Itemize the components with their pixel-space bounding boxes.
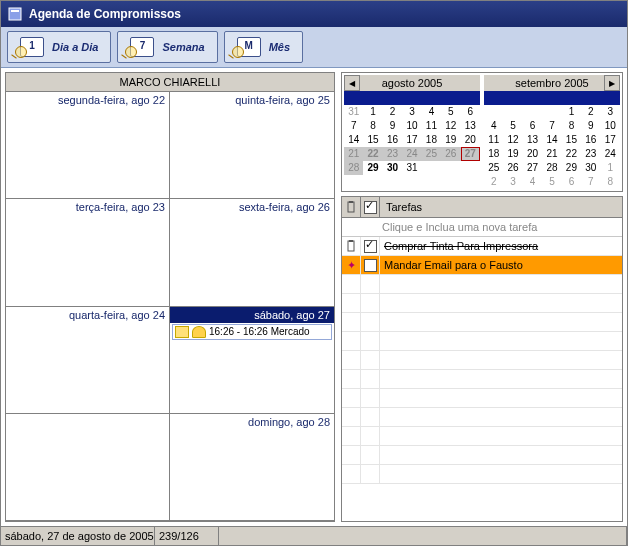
app-icon [7, 6, 23, 22]
calendar-week-icon: 7 [130, 37, 154, 57]
svg-rect-3 [349, 201, 353, 203]
view-week-button[interactable]: 7 Semana [117, 31, 217, 63]
appointment-item[interactable]: 16:26 - 16:26 Mercado [172, 324, 332, 340]
week-grid: segunda-feira, ago 22 quinta-feira, ago … [6, 92, 334, 521]
mini-cal-title: agosto 2005 [382, 77, 443, 89]
mini-calendars: ◀ agosto 2005 31123456 78910111213 14151… [341, 72, 623, 192]
day-cell-empty [6, 414, 170, 521]
task-complete-checkbox[interactable] [361, 237, 380, 255]
view-toolbar: 1 Dia a Dia 7 Semana M Mês [1, 27, 627, 68]
week-panel: MARCO CHIARELLI segunda-feira, ago 22 qu… [5, 72, 335, 522]
svg-rect-0 [9, 8, 21, 20]
view-week-label: Semana [162, 41, 204, 53]
task-row-empty[interactable] [342, 427, 622, 446]
task-complete-column-icon[interactable] [361, 197, 380, 217]
task-row-empty[interactable] [342, 370, 622, 389]
day-header: quinta-feira, ago 25 [170, 92, 334, 108]
owner-header: MARCO CHIARELLI [6, 73, 334, 92]
task-row[interactable]: Comprar Tinta Para Impressora [342, 237, 622, 256]
right-panel: ◀ agosto 2005 31123456 78910111213 14151… [341, 72, 623, 522]
calendar-day-icon: 1 [20, 37, 44, 57]
task-type-icon [342, 237, 361, 255]
svg-rect-1 [11, 10, 19, 12]
content-area: MARCO CHIARELLI segunda-feira, ago 22 qu… [1, 68, 627, 526]
svg-rect-4 [348, 241, 354, 251]
task-row-empty[interactable] [342, 275, 622, 294]
day-header: domingo, ago 28 [170, 414, 334, 430]
new-task-row[interactable]: Clique e Inclua uma nova tarefa [342, 218, 622, 237]
title-bar: Agenda de Compromissos [1, 1, 627, 27]
mini-cal-dow-row [344, 91, 480, 105]
prev-month-button[interactable]: ◀ [344, 75, 360, 91]
task-row-empty[interactable] [342, 313, 622, 332]
status-position: 239/126 [155, 527, 219, 545]
note-icon [175, 326, 189, 338]
reminder-icon [192, 326, 206, 338]
svg-rect-5 [349, 240, 353, 242]
window-title: Agenda de Compromissos [29, 7, 181, 21]
task-row-empty[interactable] [342, 351, 622, 370]
task-row-empty[interactable] [342, 446, 622, 465]
day-cell-sun[interactable]: domingo, ago 28 [170, 414, 334, 521]
day-cell-sat[interactable]: sábado, ago 27 16:26 - 16:26 Mercado [170, 307, 334, 414]
status-date: sábado, 27 de agosto de 2005 [1, 527, 155, 545]
day-cell-wed[interactable]: quarta-feira, ago 24 [6, 307, 170, 414]
mini-cal-dow-row [484, 91, 620, 105]
tasks-header-label[interactable]: Tarefas [380, 201, 622, 213]
task-row-selected[interactable]: ✦ Mandar Email para o Fausto [342, 256, 622, 275]
task-type-icon: ✦ [342, 256, 361, 274]
day-header: quarta-feira, ago 24 [6, 307, 169, 323]
view-month-button[interactable]: M Mês [224, 31, 303, 63]
tasks-header: Tarefas [342, 197, 622, 218]
svg-rect-2 [348, 202, 354, 212]
task-row-empty[interactable] [342, 332, 622, 351]
calendar-month-icon: M [237, 37, 261, 57]
mini-cal-header: ◀ agosto 2005 [344, 75, 480, 91]
mini-cal-grid[interactable]: 31123456 78910111213 14151617181920 2122… [344, 105, 480, 175]
appointment-text: 16:26 - 16:26 Mercado [209, 326, 310, 337]
day-header: terça-feira, ago 23 [6, 199, 169, 215]
day-cell-thu[interactable]: quinta-feira, ago 25 [170, 92, 334, 199]
mini-cal-title: setembro 2005 [515, 77, 588, 89]
status-bar: sábado, 27 de agosto de 2005 239/126 [1, 526, 627, 545]
task-row-empty[interactable] [342, 465, 622, 484]
view-day-button[interactable]: 1 Dia a Dia [7, 31, 111, 63]
task-complete-checkbox[interactable] [361, 256, 380, 274]
day-header: sábado, ago 27 [170, 307, 334, 323]
tasks-panel: Tarefas Clique e Inclua uma nova tarefa … [341, 196, 623, 522]
mini-cal-grid[interactable]: 123 45678910 11121314151617 181920212223… [484, 105, 620, 189]
task-text: Comprar Tinta Para Impressora [380, 240, 622, 252]
task-type-column-icon[interactable] [342, 197, 361, 217]
day-cell-mon[interactable]: segunda-feira, ago 22 [6, 92, 170, 199]
day-header: sexta-feira, ago 26 [170, 199, 334, 215]
task-text: Mandar Email para o Fausto [380, 259, 622, 271]
day-cell-tue[interactable]: terça-feira, ago 23 [6, 199, 170, 306]
new-task-hint: Clique e Inclua uma nova tarefa [382, 221, 537, 233]
task-row-empty[interactable] [342, 408, 622, 427]
day-header: segunda-feira, ago 22 [6, 92, 169, 108]
day-cell-fri[interactable]: sexta-feira, ago 26 [170, 199, 334, 306]
mini-calendar-right: setembro 2005 ▶ 123 45678910 11121314151… [484, 75, 620, 189]
mini-calendar-left: ◀ agosto 2005 31123456 78910111213 14151… [344, 75, 480, 189]
view-month-label: Mês [269, 41, 290, 53]
task-row-empty[interactable] [342, 294, 622, 313]
task-row-empty[interactable] [342, 389, 622, 408]
mini-cal-header: setembro 2005 ▶ [484, 75, 620, 91]
view-day-label: Dia a Dia [52, 41, 98, 53]
app-window: Agenda de Compromissos 1 Dia a Dia 7 Sem… [0, 0, 628, 546]
status-empty [219, 527, 627, 545]
next-month-button[interactable]: ▶ [604, 75, 620, 91]
